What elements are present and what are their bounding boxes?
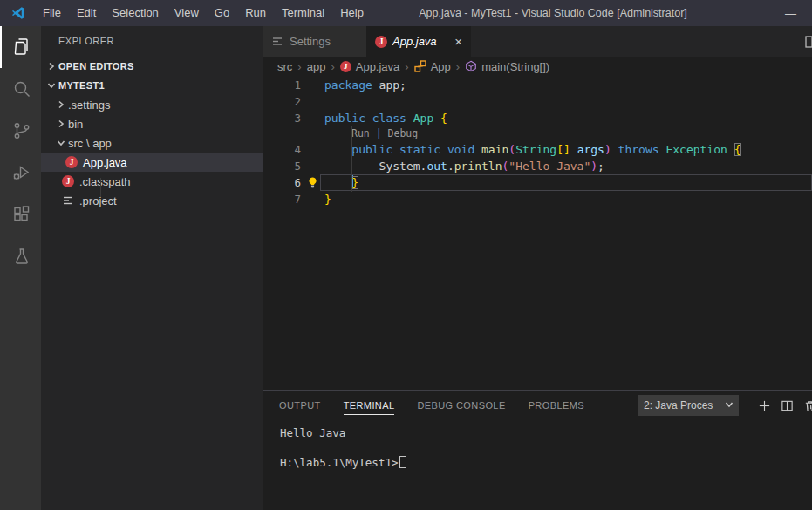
sidebar-title: EXPLORER — [41, 26, 263, 57]
menu-view[interactable]: View — [167, 0, 207, 26]
menu-help[interactable]: Help — [332, 0, 372, 26]
source-control-icon[interactable] — [0, 110, 41, 152]
breadcrumb-app-java[interactable]: J App.java — [340, 60, 400, 73]
breadcrumb-separator: › — [331, 60, 334, 73]
explorer-icon[interactable] — [0, 26, 41, 68]
tree-indent-guide — [100, 178, 101, 197]
java-file-icon: J — [340, 61, 351, 72]
editor-tab-bar: Settings J App.java × — [263, 26, 812, 57]
breadcrumb-src[interactable]: src — [277, 60, 292, 73]
minimize-button[interactable]: — — [780, 7, 802, 20]
codelens-separator: | — [370, 127, 388, 139]
chevron-right-icon — [54, 98, 68, 112]
tree-item-src-app-folder[interactable]: src \ app — [41, 133, 263, 153]
split-editor-icon[interactable] — [804, 34, 812, 50]
extensions-icon[interactable] — [0, 194, 41, 235]
code-editor[interactable]: 1 package app; 2 3 public class App { Ru… — [263, 76, 812, 390]
settings-list-icon — [271, 35, 284, 48]
title-bar: File Edit Selection View Go Run Terminal… — [0, 0, 812, 26]
close-tab-icon[interactable]: × — [447, 34, 462, 49]
java-file-icon: J — [62, 175, 74, 187]
menu-terminal[interactable]: Terminal — [274, 0, 332, 26]
vscode-window: File Edit Selection View Go Run Terminal… — [0, 0, 812, 510]
new-terminal-icon[interactable] — [753, 394, 775, 417]
tree-item-settings-folder[interactable]: .settings — [41, 95, 263, 114]
method-symbol-icon — [465, 60, 477, 72]
panel-tab-output[interactable]: OUTPUT — [279, 391, 321, 420]
line-number: 6 — [263, 174, 301, 191]
tree-item-label: bin — [68, 118, 83, 131]
editor-group: Settings J App.java × src › app › J — [263, 26, 812, 510]
split-terminal-icon[interactable] — [775, 394, 798, 417]
terminal-output[interactable]: Hello Java H:\lab5.1\MyTest1> — [263, 420, 812, 510]
line-number: 5 — [263, 158, 301, 174]
breadcrumb-method-main[interactable]: main(String[]) — [465, 60, 549, 73]
tree-item-label: src \ app — [68, 137, 112, 150]
menu-run[interactable]: Run — [237, 0, 274, 26]
breadcrumb-label: main(String[]) — [481, 60, 549, 73]
menu-go[interactable]: Go — [207, 0, 237, 26]
panel-tab-debug-console[interactable]: DEBUG CONSOLE — [417, 391, 505, 420]
search-icon[interactable] — [0, 68, 41, 110]
breadcrumb-class-app[interactable]: App — [414, 60, 451, 73]
terminal-prompt: H:\lab5.1\MyTest1> — [280, 455, 812, 470]
menu-bar: File Edit Selection View Go Run Terminal… — [35, 0, 372, 26]
breadcrumb-separator: › — [297, 60, 301, 73]
test-beaker-icon[interactable] — [0, 235, 41, 277]
class-symbol-icon — [414, 60, 426, 72]
list-file-icon — [62, 194, 74, 207]
menu-edit[interactable]: Edit — [69, 0, 104, 26]
codelens-run-link[interactable]: Run — [351, 127, 370, 139]
java-file-icon: J — [375, 36, 387, 48]
terminal-picker-dropdown[interactable]: 2: Java Proces — [638, 395, 739, 416]
tree-item-project[interactable]: .project — [41, 191, 263, 210]
breadcrumb-separator: › — [456, 60, 460, 73]
codelens-run-debug: Run | Debug — [263, 126, 812, 141]
indent-guide — [379, 160, 379, 176]
breadcrumb-separator: › — [405, 60, 408, 73]
section-label: OPEN EDITORS — [58, 61, 134, 71]
section-open-editors[interactable]: OPEN EDITORS — [41, 57, 263, 76]
tree-item-label: App.java — [83, 156, 127, 169]
tree-item-label: .settings — [68, 99, 110, 112]
code-line-7: 7 } — [263, 191, 812, 207]
tab-label: App.java — [392, 35, 437, 48]
panel-tab-terminal[interactable]: TERMINAL — [344, 391, 395, 420]
chevron-down-icon — [54, 136, 68, 150]
line-number: 1 — [263, 77, 301, 93]
code-line-5: 5 System.out.println("Hello Java"); — [263, 158, 812, 174]
line-number: 7 — [263, 191, 301, 207]
vscode-logo-icon — [10, 5, 26, 21]
panel-tab-problems[interactable]: PROBLEMS — [529, 391, 584, 420]
run-debug-icon[interactable] — [0, 152, 41, 194]
tree-item-app-java[interactable]: J App.java — [41, 153, 263, 172]
indent-guide — [351, 126, 352, 192]
java-file-icon: J — [65, 156, 78, 168]
code-line-1: 1 package app; — [263, 77, 812, 93]
explorer-sidebar: EXPLORER OPEN EDITORS MYTEST1 .settings — [41, 26, 263, 510]
section-label: MYTEST1 — [58, 80, 105, 91]
tree-item-classpath[interactable]: J .classpath — [41, 172, 263, 191]
bottom-panel: OUTPUT TERMINAL DEBUG CONSOLE PROBLEMS 2… — [263, 390, 812, 510]
terminal-line — [280, 440, 812, 455]
code-line-2: 2 — [263, 93, 812, 110]
chevron-right-icon — [44, 59, 58, 73]
breadcrumb-app-folder[interactable]: app — [307, 60, 326, 73]
terminal-cursor — [399, 456, 406, 468]
tree-item-bin-folder[interactable]: bin — [41, 114, 263, 133]
section-folder-mytest1[interactable]: MYTEST1 — [41, 76, 263, 95]
chevron-down-icon — [44, 78, 58, 92]
tab-label: Settings — [290, 35, 331, 48]
menu-file[interactable]: File — [35, 0, 69, 26]
terminal-line: Hello Java — [280, 425, 812, 440]
tab-app-java[interactable]: J App.java × — [366, 26, 471, 57]
menu-selection[interactable]: Selection — [104, 0, 166, 26]
kill-terminal-trash-icon[interactable] — [798, 394, 812, 417]
terminal-picker-label: 2: Java Proces — [644, 399, 725, 411]
tree-item-label: .classpath — [79, 175, 131, 188]
codelens-debug-link[interactable]: Debug — [388, 127, 419, 139]
window-title: App.java - MyTest1 - Visual Studio Code … — [419, 7, 687, 19]
breadcrumb-label: App.java — [356, 60, 400, 73]
lightbulb-icon[interactable] — [301, 174, 324, 191]
tab-settings[interactable]: Settings — [263, 26, 366, 57]
